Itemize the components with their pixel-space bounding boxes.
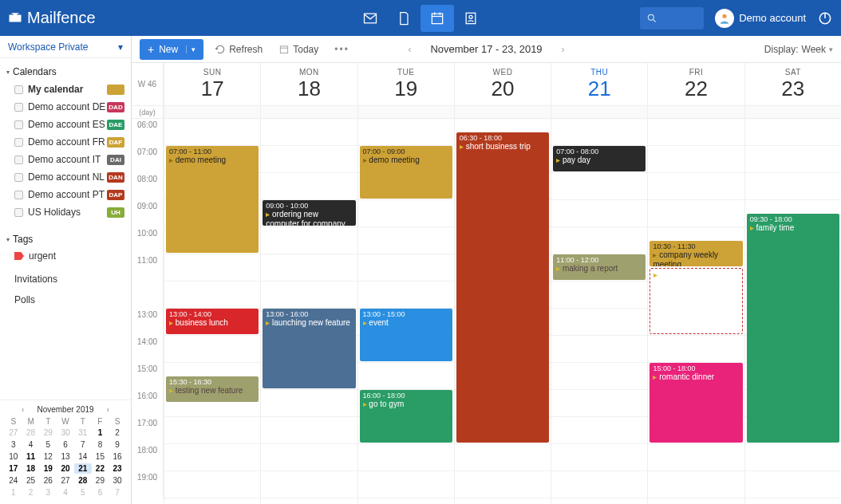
minical-day[interactable]: 1 xyxy=(5,487,22,498)
minical-day[interactable]: 27 xyxy=(5,427,22,438)
allday-row[interactable] xyxy=(261,106,357,119)
minical-day[interactable]: 5 xyxy=(39,439,57,450)
day-body[interactable]: 07:00 - 09:00▸ demo meeting13:00 - 15:00… xyxy=(358,119,454,504)
day-column[interactable]: THU 21 07:00 - 08:00▸ pay day11:00 - 12:… xyxy=(551,63,647,504)
app-logo[interactable]: Mailfence xyxy=(8,9,96,27)
account-menu[interactable]: Demo account xyxy=(715,9,806,28)
calendar-event[interactable]: 10:30 - 11:30▸ company weekly meeting xyxy=(650,241,742,266)
day-body[interactable]: 07:00 - 11:00▸ demo meeting13:00 - 14:00… xyxy=(164,119,260,504)
calendar-item[interactable]: Demo account DE DAD xyxy=(0,98,131,116)
day-column[interactable]: SUN 17 07:00 - 11:00▸ demo meeting13:00 … xyxy=(164,63,260,504)
mail-module-icon[interactable] xyxy=(353,5,387,32)
day-column[interactable]: WED 20 06:30 - 18:00▸ short business tri… xyxy=(454,63,551,504)
calendar-item[interactable]: Demo account FR DAF xyxy=(0,133,131,151)
minical-day[interactable]: 19 xyxy=(39,463,57,474)
day-header[interactable]: MON 18 xyxy=(261,63,357,106)
day-header[interactable]: SAT 23 xyxy=(745,63,841,106)
calendar-event[interactable]: 07:00 - 09:00▸ demo meeting xyxy=(360,146,452,199)
checkbox-icon[interactable] xyxy=(14,120,23,129)
calendar-item[interactable]: Demo account ES DAE xyxy=(0,116,131,133)
calendar-event[interactable]: 13:00 - 15:00▸ event xyxy=(360,309,452,361)
day-header[interactable]: WED 20 xyxy=(455,63,551,106)
minical-day[interactable]: 6 xyxy=(57,439,74,450)
prev-week-icon[interactable]: ‹ xyxy=(408,44,411,55)
checkbox-icon[interactable] xyxy=(14,156,23,164)
calendar-event[interactable]: 07:00 - 08:00▸ pay day xyxy=(553,146,646,171)
minical-prev-icon[interactable]: ‹ xyxy=(18,405,27,414)
minical-day[interactable]: 3 xyxy=(5,439,22,450)
calendars-header[interactable]: ▾Calendars xyxy=(0,63,131,81)
allday-row[interactable] xyxy=(164,106,260,119)
minical-day[interactable]: 6 xyxy=(92,487,109,498)
power-icon[interactable] xyxy=(817,10,833,26)
invitations-link[interactable]: Invitations xyxy=(0,269,131,289)
allday-row[interactable] xyxy=(455,106,551,119)
day-body[interactable]: 09:30 - 18:00▸ family time xyxy=(745,119,841,504)
minical-day[interactable]: 17 xyxy=(5,463,22,474)
minical-day[interactable]: 31 xyxy=(74,427,92,438)
calendar-item[interactable]: Demo account PT DAP xyxy=(0,186,131,203)
minical-day[interactable]: 22 xyxy=(92,463,109,474)
minical-day[interactable]: 29 xyxy=(39,427,57,438)
minical-day[interactable]: 14 xyxy=(74,451,92,462)
calendar-event[interactable]: 09:30 - 18:00▸ family time xyxy=(747,214,839,443)
search-input[interactable] xyxy=(640,7,704,30)
allday-row[interactable] xyxy=(551,106,647,119)
day-column[interactable]: FRI 22 10:30 - 11:30▸ company weekly mee… xyxy=(647,63,744,504)
more-menu-button[interactable]: ••• xyxy=(330,44,354,55)
minical-day[interactable]: 27 xyxy=(57,475,74,486)
new-button[interactable]: + New ▾ xyxy=(140,39,203,60)
minical-day[interactable]: 18 xyxy=(22,463,40,474)
contacts-module-icon[interactable] xyxy=(454,5,488,32)
minical-day[interactable]: 30 xyxy=(109,475,126,486)
calendar-event[interactable]: 16:00 - 18:00▸ go to gym xyxy=(360,390,452,443)
polls-link[interactable]: Polls xyxy=(0,289,131,310)
checkbox-icon[interactable] xyxy=(14,191,23,199)
minical-day[interactable]: 4 xyxy=(57,487,74,498)
day-header[interactable]: FRI 22 xyxy=(648,63,744,106)
allday-row[interactable] xyxy=(358,106,454,119)
tag-item[interactable]: urgent xyxy=(0,248,131,264)
checkbox-icon[interactable] xyxy=(14,208,23,217)
minical-day[interactable]: 1 xyxy=(92,427,109,438)
calendar-event[interactable]: 06:30 - 18:00▸ short business trip xyxy=(456,132,549,443)
day-body[interactable]: 10:30 - 11:30▸ company weekly meeting▸ 1… xyxy=(648,119,744,504)
minical-day[interactable]: 15 xyxy=(92,451,109,462)
allday-row[interactable] xyxy=(745,106,841,119)
minical-day[interactable]: 20 xyxy=(57,463,74,474)
calendar-event[interactable]: 11:00 - 12:00▸ making a report xyxy=(553,254,646,280)
calendar-event[interactable]: 09:00 - 10:00▸ ordering new computer for… xyxy=(263,200,355,226)
refresh-button[interactable]: Refresh xyxy=(210,44,267,55)
day-body[interactable]: 09:00 - 10:00▸ ordering new computer for… xyxy=(261,119,357,504)
display-selector[interactable]: Display: Week ▾ xyxy=(764,44,833,55)
minical-day[interactable]: 26 xyxy=(39,475,57,486)
minical-day[interactable]: 11 xyxy=(22,451,40,462)
day-column[interactable]: TUE 19 07:00 - 09:00▸ demo meeting13:00 … xyxy=(357,63,454,504)
minical-day[interactable]: 7 xyxy=(109,487,126,498)
minical-day[interactable]: 21 xyxy=(74,463,92,474)
minical-day[interactable]: 30 xyxy=(57,427,74,438)
allday-row[interactable] xyxy=(648,106,744,119)
minical-day[interactable]: 5 xyxy=(74,487,92,498)
checkbox-icon[interactable] xyxy=(14,173,23,182)
workspace-selector[interactable]: Workspace Private ▾ xyxy=(0,36,131,58)
minical-day[interactable]: 9 xyxy=(109,439,126,450)
day-body[interactable]: 06:30 - 18:00▸ short business trip xyxy=(455,119,551,504)
day-column[interactable]: SAT 23 09:30 - 18:00▸ family time xyxy=(744,63,841,504)
minical-day[interactable]: 10 xyxy=(5,451,22,462)
checkbox-icon[interactable] xyxy=(14,138,23,147)
minical-day[interactable]: 28 xyxy=(74,475,92,486)
calendar-event[interactable]: 13:00 - 16:00▸ launching new feature xyxy=(263,309,355,388)
documents-module-icon[interactable] xyxy=(387,5,421,32)
minical-day[interactable]: 29 xyxy=(92,475,109,486)
checkbox-icon[interactable] xyxy=(14,85,23,94)
minical-day[interactable]: 12 xyxy=(39,451,57,462)
calendar-item[interactable]: Demo account NL DAN xyxy=(0,168,131,186)
calendar-module-icon[interactable] xyxy=(421,5,454,32)
minical-day[interactable]: 24 xyxy=(5,475,22,486)
minical-day[interactable]: 4 xyxy=(22,439,40,450)
calendar-item[interactable]: Demo account IT DAI xyxy=(0,151,131,168)
day-header[interactable]: TUE 19 xyxy=(358,63,454,106)
calendar-event[interactable]: 13:00 - 14:00▸ business lunch xyxy=(166,309,259,334)
calendar-event[interactable]: ▸ xyxy=(650,268,742,334)
